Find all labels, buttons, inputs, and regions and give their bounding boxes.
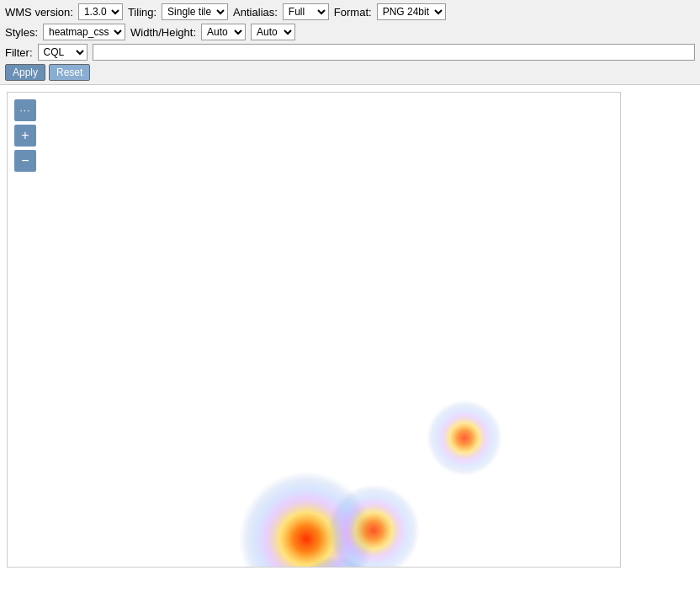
filter-type-select[interactable]: CQL OGC ECQL — [38, 44, 88, 61]
zoom-out-button[interactable]: − — [14, 150, 36, 172]
apply-button[interactable]: Apply — [5, 64, 45, 81]
toolbar: WMS version: 1.3.0 1.1.1 1.1.0 Tiling: S… — [0, 0, 700, 85]
tiling-select[interactable]: Single tile Tiled — [162, 3, 228, 20]
format-select[interactable]: PNG 24bit PNG 8bit JPEG GIF — [377, 3, 446, 20]
format-label: Format: — [334, 6, 372, 19]
reset-button[interactable]: Reset — [49, 64, 90, 81]
antialias-select[interactable]: Full None Text — [283, 3, 329, 20]
filter-input[interactable] — [93, 44, 696, 61]
styles-label: Styles: — [5, 26, 38, 39]
heatmap-canvas — [8, 93, 620, 567]
width-select[interactable]: Auto 256 512 1024 — [201, 24, 246, 40]
layers-button[interactable]: ··· — [14, 99, 36, 121]
layers-icon: ··· — [19, 104, 30, 116]
wms-version-label: WMS version: — [5, 6, 73, 19]
tiling-label: Tiling: — [128, 6, 156, 19]
map-controls: ··· + − — [14, 99, 36, 172]
filter-label: Filter: — [5, 46, 33, 59]
zoom-in-button[interactable]: + — [14, 125, 36, 147]
antialias-label: Antialias: — [233, 6, 278, 19]
width-height-label: Width/Height: — [130, 26, 196, 39]
wms-version-select[interactable]: 1.3.0 1.1.1 1.1.0 — [78, 3, 123, 20]
map-area: ··· + − — [7, 92, 621, 568]
height-select[interactable]: Auto 256 512 1024 — [251, 24, 295, 40]
styles-select[interactable]: heatmap_css — [43, 24, 125, 40]
